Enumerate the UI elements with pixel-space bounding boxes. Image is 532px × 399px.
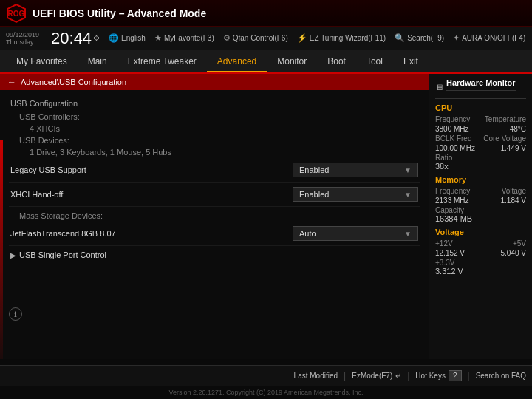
hot-keys-button[interactable]: ? (449, 370, 462, 381)
monitor-icon: 🖥 (435, 83, 443, 92)
nav-menu: My Favorites Main Extreme Tweaker Advanc… (0, 50, 532, 74)
hot-keys-item[interactable]: Hot Keys ? (415, 370, 461, 381)
cpu-ratio-label: Ratio (435, 154, 526, 162)
xhci-handoff-label: XHCI Hand-off (10, 190, 293, 199)
memory-capacity-label: Capacity (435, 206, 526, 214)
usb-config-section-label: USB Configuration (9, 96, 420, 111)
content-area: USB Configuration USB Controllers: 4 XHC… (0, 90, 429, 270)
plus33v-label: +3.3V (435, 259, 526, 267)
cpu-freq-row: Frequency Temperature (435, 115, 526, 123)
usb-controllers-label: USB Controllers: (9, 111, 420, 123)
ez-mode-item[interactable]: EzMode(F7) ↵ (352, 372, 401, 380)
dropdown-arrow-icon-3: ▼ (404, 230, 412, 238)
jetflash-row: JetFlashTranscend 8GB 8.07 Auto ▼ (9, 222, 420, 246)
bios-header: ROG UEFI BIOS Utility – Advanced Mode (0, 0, 532, 27)
separator-2: | (407, 371, 409, 381)
cpu-temperature-label: Temperature (485, 115, 526, 123)
memory-section-header: Memory (435, 175, 526, 184)
usb-devices-label: USB Devices: (9, 134, 420, 146)
expand-arrow-icon: ▶ (10, 251, 16, 259)
date-display: 09/12/2019 Thursday (6, 31, 39, 46)
hardware-monitor-sidebar: 🖥 Hardware Monitor CPU Frequency Tempera… (429, 74, 532, 359)
usb-devices-value: 1 Drive, 3 Keyboards, 1 Mouse, 5 Hubs (9, 146, 420, 158)
cpu-bclk-label: BCLK Freq (435, 134, 471, 143)
rog-logo-icon: ROG (6, 3, 27, 24)
search-faq-item[interactable]: Search on FAQ (476, 372, 526, 380)
memory-voltage-value: 1.184 V (501, 197, 526, 205)
last-modified-item: Last Modified (294, 372, 338, 380)
cpu-core-voltage-label: Core Voltage (483, 134, 526, 143)
eztuning-shortcut[interactable]: ⚡ EZ Tuning Wizard(F11) (297, 33, 386, 43)
info-icon[interactable]: ℹ (9, 307, 22, 321)
mem-freq-row: Frequency Voltage (435, 187, 526, 195)
jetflash-value: Auto (299, 229, 316, 238)
language-shortcut[interactable]: 🌐 English (109, 33, 146, 43)
separator-1: | (344, 371, 346, 381)
plus33v-value: 3.312 V (435, 267, 526, 276)
language-icon: 🌐 (109, 33, 119, 43)
dropdown-arrow-icon-2: ▼ (404, 191, 412, 199)
bottom-nav-bar: Last Modified | EzMode(F7) ↵ | Hot Keys … (0, 365, 532, 386)
usb-single-port-label: USB Single Port Control (19, 250, 106, 259)
fan-icon: ⚙ (223, 33, 231, 43)
mem-freq-value-row: 2133 MHz 1.184 V (435, 197, 526, 205)
cpu-section-header: CPU (435, 103, 526, 112)
plus5v-value: 5.040 V (501, 249, 526, 257)
cpu-bclk-row: BCLK Freq Core Voltage (435, 134, 526, 143)
usb-controllers-value: 4 XHCIs (9, 123, 420, 134)
aura-icon: ✦ (453, 33, 460, 43)
ez-mode-arrow-icon: ↵ (395, 372, 401, 380)
voltage-12v-value-row: 12.152 V 5.040 V (435, 249, 526, 257)
memory-frequency-label: Frequency (435, 187, 470, 195)
datetime-display: 09/12/2019 Thursday (6, 31, 39, 46)
cpu-bclk-value: 100.00 MHz (435, 144, 475, 152)
plus12v-label: +12V (435, 239, 453, 248)
mass-storage-label: Mass Storage Devices: (9, 210, 420, 222)
xhci-handoff-value: Enabled (299, 190, 329, 199)
separator-3: | (468, 371, 470, 381)
qfan-shortcut[interactable]: ⚙ Qfan Control(F6) (223, 33, 288, 43)
legacy-usb-support-dropdown[interactable]: Enabled ▼ (293, 163, 418, 177)
cpu-core-voltage-value: 1.449 V (501, 144, 526, 152)
jetflash-dropdown[interactable]: Auto ▼ (293, 226, 418, 241)
jetflash-label: JetFlashTranscend 8GB 8.07 (10, 229, 293, 238)
dropdown-arrow-icon: ▼ (404, 166, 412, 174)
tuning-icon: ⚡ (297, 33, 307, 43)
nav-item-advanced[interactable]: Advanced (207, 52, 267, 72)
legacy-usb-support-value: Enabled (299, 166, 329, 174)
nav-item-myfavorites[interactable]: My Favorites (6, 52, 78, 71)
xhci-handoff-row: XHCI Hand-off Enabled ▼ (9, 183, 420, 207)
nav-item-exit[interactable]: Exit (393, 52, 429, 71)
content-panel: ← Advanced\USB Configuration USB Configu… (0, 74, 429, 359)
cpu-frequency-label: Frequency (435, 115, 470, 123)
nav-item-monitor[interactable]: Monitor (267, 52, 317, 71)
xhci-handoff-dropdown[interactable]: Enabled ▼ (293, 187, 418, 202)
cpu-ratio-value: 38x (435, 162, 526, 171)
voltage-section-header: Voltage (435, 228, 526, 236)
memory-frequency-value: 2133 MHz (435, 197, 469, 205)
sidebar-title: Hardware Monitor (446, 78, 516, 91)
legacy-usb-support-label: Legacy USB Support (10, 166, 293, 174)
cpu-bclk-value-row: 100.00 MHz 1.449 V (435, 144, 526, 152)
nav-item-main[interactable]: Main (78, 52, 117, 71)
favorite-icon: ★ (154, 33, 162, 43)
breadcrumb-back-arrow-icon[interactable]: ← (7, 77, 16, 87)
copyright-bar: Version 2.20.1271. Copyright (C) 2019 Am… (0, 386, 532, 399)
breadcrumb: Advanced\USB Configuration (21, 78, 126, 86)
search-shortcut[interactable]: 🔍 Search(F9) (395, 33, 444, 43)
voltage-12v-row: +12V +5V (435, 239, 526, 248)
cpu-temperature-value: 48°C (510, 125, 526, 133)
top-shortcuts-bar: 09/12/2019 Thursday 20:44 ⚙ 🌐 English ★ … (0, 27, 532, 50)
cpu-frequency-value: 3800 MHz (435, 125, 469, 133)
plus5v-label: +5V (513, 239, 526, 248)
breadcrumb-bar: ← Advanced\USB Configuration (0, 74, 429, 90)
nav-item-extremetweaker[interactable]: Extreme Tweaker (117, 52, 207, 71)
myfavorite-shortcut[interactable]: ★ MyFavorite(F3) (154, 33, 214, 43)
search-icon: 🔍 (395, 33, 405, 43)
settings-gear-icon[interactable]: ⚙ (93, 34, 100, 42)
nav-item-boot[interactable]: Boot (317, 52, 356, 71)
main-area: ← Advanced\USB Configuration USB Configu… (0, 74, 532, 359)
usb-single-port-row[interactable]: ▶ USB Single Port Control (9, 246, 420, 264)
aura-shortcut[interactable]: ✦ AURA ON/OFF(F4) (453, 33, 525, 43)
nav-item-tool[interactable]: Tool (356, 52, 393, 71)
